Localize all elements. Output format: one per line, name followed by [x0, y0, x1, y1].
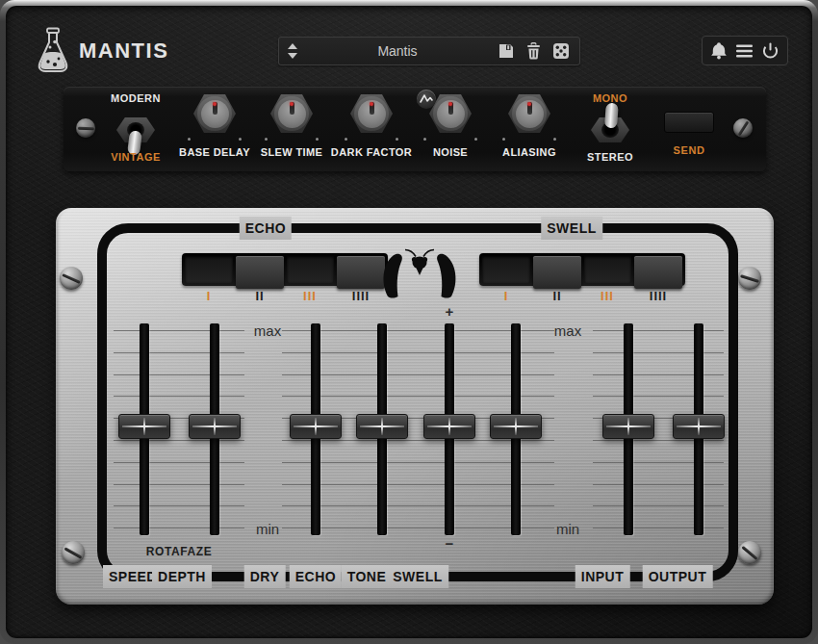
slider-label-swell: SWELL [387, 565, 448, 588]
aliasing-knob-unit: ALIASING [498, 90, 560, 167]
screw [733, 118, 753, 138]
scale-max-label: max [554, 322, 581, 339]
scale-minus-label: − [446, 535, 454, 552]
menu-icon[interactable] [735, 43, 754, 59]
delete-preset-icon[interactable] [525, 42, 542, 60]
knob-pointer [213, 102, 217, 115]
tone-slider-handle[interactable] [423, 414, 475, 439]
swell-step-4-button[interactable] [634, 256, 682, 289]
control-strip: MODERN VINTAGE BASE DELAY SLEW TIME [64, 87, 766, 171]
preset-bar: Mantis [278, 37, 580, 65]
base-delay-knob-unit: BASE DELAY [184, 90, 245, 167]
app-title: MANTIS [79, 39, 168, 64]
dark-factor-knob-unit: DARK FACTOR [341, 90, 402, 167]
echo-step-label: III [303, 289, 317, 303]
swell-step-label: II [552, 289, 561, 303]
preset-stepper[interactable] [288, 43, 297, 59]
screw [62, 541, 85, 564]
slider-label-dry: DRY [244, 565, 286, 588]
swell-step-label: IIII [650, 289, 667, 303]
knob-pointer [527, 102, 532, 115]
screw [60, 267, 83, 290]
channel-switch-bottom-label: STEREO [567, 151, 653, 163]
scale-min-label: min [556, 521, 579, 537]
base-delay-knob[interactable] [193, 94, 236, 133]
echo-step-label: II [255, 289, 264, 303]
mantis-logo-icon [377, 248, 462, 302]
send-button[interactable] [664, 112, 714, 133]
scale-min-label: min [256, 521, 279, 537]
slider-label-output: OUTPUT [643, 565, 713, 588]
slider-label-depth: DEPTH [152, 565, 212, 588]
swell-step-label: I [504, 289, 509, 303]
echo-step-3-button[interactable] [287, 256, 335, 283]
swell-slider-handle[interactable] [490, 414, 542, 439]
plugin-window: MANTIS Mantis [0, 0, 818, 644]
slew-time-knob-unit: SLEW TIME [261, 90, 322, 167]
scale-max-label: max [254, 322, 281, 339]
header-actions [702, 36, 788, 65]
send-label: SEND [651, 144, 728, 156]
rotafaze-label: ROTAFAZE [146, 545, 213, 558]
scale-plus-label: + [446, 303, 454, 320]
channel-switch-unit: MONO STEREO [567, 90, 653, 167]
echo-slider-handle[interactable] [356, 414, 408, 439]
slew-time-knob[interactable] [270, 94, 313, 133]
echo-step-1-button[interactable] [185, 256, 233, 283]
slider-label-echo: ECHO [290, 565, 342, 588]
preset-previous-icon[interactable] [288, 43, 297, 49]
slider-label-tone: TONE [342, 565, 393, 588]
main-panel: ECHO SWELL I II III IIII [56, 208, 774, 605]
aliasing-knob[interactable] [508, 94, 550, 133]
swell-step-2-button[interactable] [533, 256, 581, 289]
echo-step-label: IIII [352, 289, 370, 303]
depth-slider-handle[interactable] [189, 414, 241, 439]
knob-pointer [290, 102, 294, 115]
speed-slider-handle[interactable] [118, 414, 170, 439]
swell-step-1-button[interactable] [482, 256, 530, 283]
randomize-dice-icon[interactable] [552, 42, 570, 60]
output-slider-handle[interactable] [673, 414, 725, 439]
swell-step-label: III [601, 289, 614, 303]
echo-step-2-button[interactable] [236, 256, 284, 289]
preset-next-icon[interactable] [288, 53, 297, 59]
waveform-badge-icon[interactable] [417, 90, 436, 109]
section-label-echo: ECHO [240, 217, 292, 240]
dry-slider-handle[interactable] [290, 414, 342, 439]
leather-case: MANTIS Mantis [6, 6, 812, 638]
dark-factor-knob[interactable] [350, 94, 393, 133]
preset-name[interactable]: Mantis [297, 43, 498, 59]
slider-label-input: INPUT [575, 565, 630, 588]
echo-step-buttons [182, 253, 388, 286]
flask-logo-icon [33, 27, 73, 75]
screw [738, 541, 761, 564]
mode-switch-top-label: MODERN [92, 92, 179, 104]
echo-step-label: I [207, 289, 212, 303]
knob-pointer [370, 102, 374, 115]
knob-pointer [448, 102, 453, 115]
screw [738, 267, 761, 290]
swell-step-buttons [479, 253, 685, 286]
section-label-swell: SWELL [541, 217, 602, 240]
notifications-bell-icon[interactable] [710, 41, 728, 60]
channel-toggle-lever[interactable] [604, 103, 619, 129]
send-unit: SEND [664, 90, 714, 167]
swell-step-3-button[interactable] [584, 256, 632, 283]
power-icon[interactable] [761, 41, 780, 60]
save-preset-icon[interactable] [498, 42, 515, 60]
input-slider-handle[interactable] [602, 414, 654, 439]
